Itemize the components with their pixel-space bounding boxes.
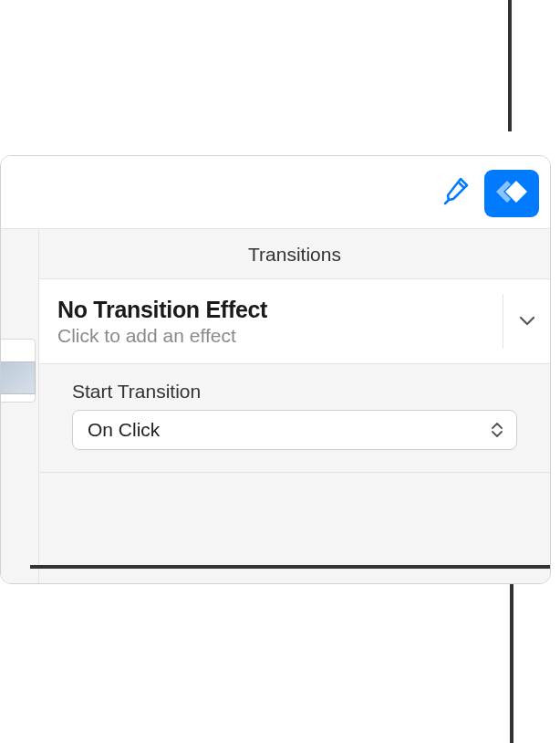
start-transition-section: Start Transition On Click — [39, 364, 550, 473]
format-button[interactable] — [433, 172, 477, 215]
callout-line-effect — [30, 565, 550, 569]
transition-effect-row[interactable]: No Transition Effect Click to add an eff… — [39, 279, 550, 364]
select-stepper-icon — [489, 423, 505, 437]
slide-navigator-sliver — [1, 229, 39, 583]
start-transition-select[interactable]: On Click — [72, 410, 517, 450]
callout-line-bottom — [510, 582, 513, 743]
section-title: Transitions — [39, 229, 550, 279]
callout-line-top — [508, 0, 512, 131]
inspector-body: Transitions No Transition Effect Click t… — [39, 229, 550, 583]
toolbar — [1, 156, 550, 229]
paintbrush-icon — [440, 176, 471, 211]
effect-title: No Transition Effect — [57, 297, 503, 323]
transition-diamond-icon — [493, 175, 531, 212]
inspector-panel: Transitions No Transition Effect Click t… — [0, 155, 551, 584]
chevron-down-icon — [519, 313, 535, 330]
effect-subtitle: Click to add an effect — [57, 325, 503, 347]
slide-thumbnail-preview — [0, 361, 36, 394]
start-transition-value: On Click — [88, 419, 489, 441]
animate-button[interactable] — [484, 170, 539, 217]
start-transition-label: Start Transition — [72, 381, 517, 403]
effect-disclosure[interactable] — [503, 294, 550, 349]
